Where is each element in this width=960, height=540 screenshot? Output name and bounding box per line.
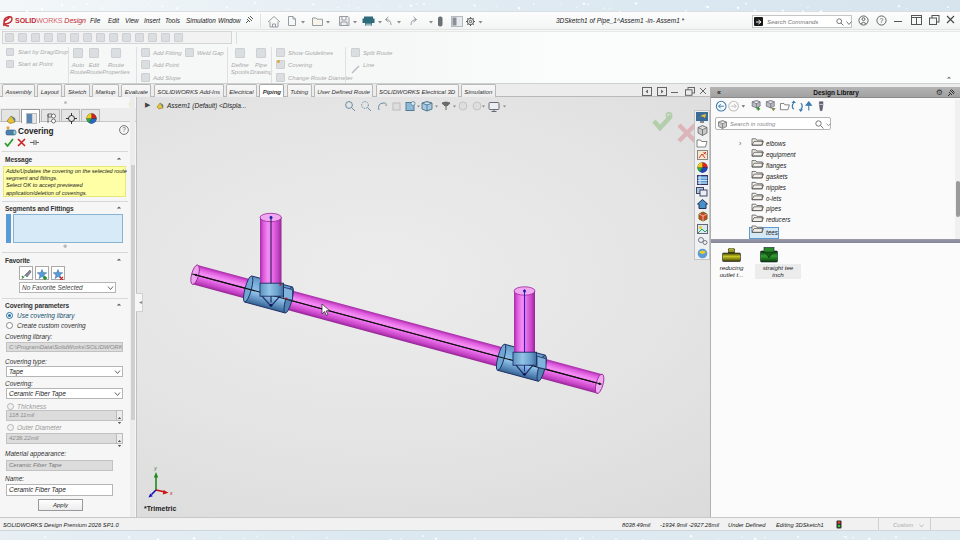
svg-text:?: ?	[880, 16, 884, 23]
svg-text:x: x	[169, 490, 173, 496]
svg-text:y: y	[153, 465, 157, 471]
svg-text:?: ?	[122, 126, 126, 133]
